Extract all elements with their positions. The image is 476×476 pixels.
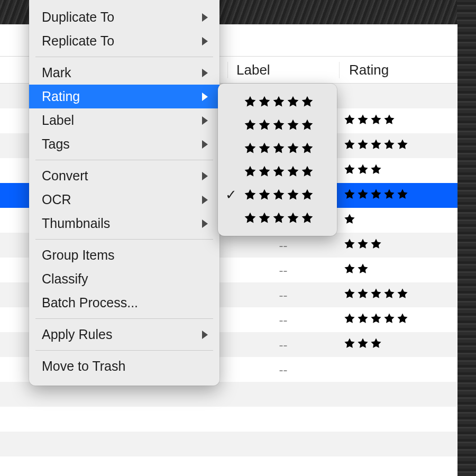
star-filled-icon xyxy=(356,237,369,250)
menu-apply-rules[interactable]: Apply Rules xyxy=(29,323,219,346)
menu-move-to-trash[interactable]: Move to Trash xyxy=(29,354,219,378)
star-empty-icon xyxy=(243,95,257,108)
menu-item-label: Label xyxy=(42,113,74,128)
column-header-rating[interactable]: Rating xyxy=(339,62,450,78)
row-label-cell: -- xyxy=(227,263,339,278)
star-filled-icon xyxy=(300,211,314,225)
rating-submenu[interactable]: ✓✓✓✓✓✓ xyxy=(218,84,337,236)
check-icon: ✓ xyxy=(225,187,237,203)
row-rating-cell xyxy=(339,337,450,353)
star-filled-icon xyxy=(383,113,396,126)
menu-group-items[interactable]: Group Items xyxy=(29,243,219,267)
menu-replicate-to[interactable]: Replicate To xyxy=(29,29,219,53)
star-rating xyxy=(343,237,382,250)
star-filled-icon xyxy=(370,287,382,300)
menu-batch-process[interactable]: Batch Process... xyxy=(29,291,219,315)
menu-duplicate-to[interactable]: Duplicate To xyxy=(29,5,219,29)
window-background-side xyxy=(457,0,476,476)
star-empty-icon xyxy=(396,188,409,200)
row-rating-cell xyxy=(339,213,450,228)
menu-item-label: Convert xyxy=(42,168,88,184)
star-filled-icon xyxy=(258,211,271,225)
star-filled-icon xyxy=(370,188,382,200)
row-rating-cell xyxy=(339,138,450,154)
star-filled-icon xyxy=(272,188,286,202)
star-filled-icon xyxy=(370,113,382,126)
star-empty-icon xyxy=(272,141,286,155)
star-empty-icon xyxy=(286,164,300,178)
row-rating-cell xyxy=(339,262,450,278)
star-rating xyxy=(343,138,409,151)
menu-thumbnails[interactable]: Thumbnails xyxy=(29,212,219,235)
star-filled-icon xyxy=(272,211,286,225)
menu-separator xyxy=(35,57,213,57)
star-filled-icon xyxy=(356,138,369,151)
star-filled-icon xyxy=(356,113,369,126)
menu-separator xyxy=(35,239,213,240)
star-filled-icon xyxy=(243,211,257,225)
star-rating xyxy=(243,118,314,132)
star-empty-icon xyxy=(300,188,314,202)
star-filled-icon xyxy=(272,164,286,178)
row-rating-cell xyxy=(339,188,450,204)
star-filled-icon xyxy=(286,188,300,202)
star-empty-icon xyxy=(272,118,286,132)
star-rating xyxy=(343,262,369,275)
row-rating-cell xyxy=(339,237,450,253)
rating-option-2[interactable]: ✓ xyxy=(218,136,337,160)
star-filled-icon xyxy=(356,312,369,325)
star-filled-icon xyxy=(396,287,409,300)
star-filled-icon xyxy=(370,237,382,250)
star-rating xyxy=(343,287,409,300)
menu-tags[interactable]: Tags xyxy=(29,132,219,156)
menu-item-label: Mark xyxy=(42,65,71,80)
star-empty-icon xyxy=(300,141,314,155)
menu-item-label: Duplicate To xyxy=(42,10,114,25)
menu-item-label: OCR xyxy=(42,192,71,207)
menu-classify[interactable]: Classify xyxy=(29,267,219,291)
menu-item-label: Tags xyxy=(42,136,70,152)
star-rating xyxy=(343,188,409,200)
rating-option-5[interactable]: ✓ xyxy=(218,206,337,230)
row-label-cell: -- xyxy=(227,313,339,327)
context-menu[interactable]: Duplicate ToReplicate ToMarkRatingLabelT… xyxy=(29,0,219,386)
star-filled-icon xyxy=(370,312,382,325)
menu-rating[interactable]: Rating xyxy=(29,85,219,108)
star-filled-icon xyxy=(383,287,396,300)
star-rating xyxy=(243,141,314,155)
star-rating xyxy=(343,337,382,350)
rating-option-1[interactable]: ✓ xyxy=(218,113,337,136)
rating-option-4[interactable]: ✓ xyxy=(218,183,337,206)
star-filled-icon xyxy=(343,237,356,250)
star-filled-icon xyxy=(243,164,257,178)
menu-convert[interactable]: Convert xyxy=(29,164,219,188)
column-header-label[interactable]: Label xyxy=(227,62,339,78)
table-row[interactable] xyxy=(0,407,457,432)
star-filled-icon xyxy=(343,312,356,325)
star-filled-icon xyxy=(356,287,369,300)
star-filled-icon xyxy=(396,312,409,325)
menu-mark[interactable]: Mark xyxy=(29,61,219,85)
menu-label[interactable]: Label xyxy=(29,108,219,132)
star-filled-icon xyxy=(343,337,356,350)
star-rating xyxy=(343,163,382,176)
star-filled-icon xyxy=(370,138,382,151)
menu-item-label: Batch Process... xyxy=(42,295,138,310)
star-filled-icon xyxy=(243,118,257,132)
star-empty-icon xyxy=(300,164,314,178)
table-row[interactable] xyxy=(0,382,457,407)
table-row[interactable] xyxy=(0,432,457,456)
menu-separator xyxy=(35,160,213,160)
menu-item-label: Move to Trash xyxy=(42,359,125,374)
star-filled-icon xyxy=(343,287,356,300)
star-filled-icon xyxy=(383,138,396,151)
star-rating xyxy=(243,211,314,225)
star-filled-icon xyxy=(383,188,396,200)
rating-option-3[interactable]: ✓ xyxy=(218,160,337,183)
star-empty-icon xyxy=(300,118,314,132)
rating-option-0[interactable]: ✓ xyxy=(218,90,337,113)
star-empty-icon xyxy=(272,95,286,108)
menu-ocr[interactable]: OCR xyxy=(29,188,219,212)
row-label-cell: -- xyxy=(227,238,339,253)
menu-separator xyxy=(35,318,213,319)
